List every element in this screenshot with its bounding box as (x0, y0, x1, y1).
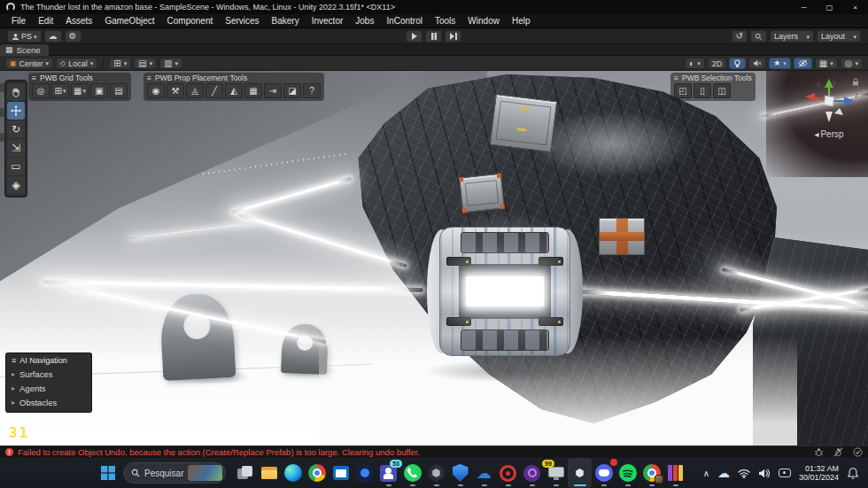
red-app-button[interactable] (496, 458, 520, 488)
camera-settings-dropdown[interactable]: ◎▾ (841, 58, 863, 69)
pwb-snap-toggle-button[interactable]: ◎ (32, 83, 50, 98)
edge-button[interactable] (281, 458, 305, 488)
drag-handle-icon[interactable]: ≡ (147, 74, 151, 82)
maximize-button[interactable]: ▢ (817, 0, 842, 14)
snap-settings-toggle[interactable]: ▥▾ (159, 58, 182, 69)
minimize-button[interactable]: ─ (791, 0, 817, 14)
lock-icon[interactable] (852, 78, 859, 86)
menu-assets[interactable]: Assets (59, 14, 98, 28)
background-tasks-icon[interactable] (853, 447, 863, 457)
close-button[interactable]: × (842, 0, 868, 14)
task-view-button[interactable] (233, 458, 257, 488)
foldout-obstacles[interactable]: ▸Obstacles (12, 398, 86, 407)
drag-handle-icon[interactable]: ≡ (32, 74, 36, 82)
drag-handle-icon[interactable]: ≡ (674, 74, 678, 82)
pwb-gravity-tool-button[interactable]: ◬ (186, 83, 204, 98)
debugger-attach-icon[interactable] (814, 447, 824, 457)
gameloop-button[interactable] (424, 458, 448, 488)
search-highlight-thumbnail[interactable] (188, 465, 222, 481)
projection-mode-toggle[interactable]: ◂ Persp (797, 129, 861, 139)
spotify-button[interactable] (616, 458, 639, 488)
code-optimization-icon[interactable] (833, 447, 843, 457)
move-tool-button[interactable] (7, 102, 25, 120)
start-button[interactable] (96, 458, 120, 488)
layout-dropdown[interactable]: Layout ▾ (817, 30, 861, 43)
scene-lighting-toggle[interactable] (729, 58, 746, 69)
status-bar[interactable]: ! Failed to create Object Undo, because … (0, 445, 868, 458)
rotate-tool-button[interactable]: ↻ (7, 120, 25, 138)
app-button[interactable] (353, 458, 376, 488)
menu-tools[interactable]: Tools (429, 14, 461, 28)
volume-icon[interactable] (758, 469, 771, 478)
pwb-grid-type-button[interactable]: ⊞▾ (51, 83, 69, 98)
pwb-selection-bounds-button[interactable]: ◫ (713, 83, 731, 98)
remote-monitor-button[interactable]: 99 (544, 458, 568, 488)
wifi-icon[interactable] (738, 469, 750, 478)
pwb-eraser-tool-button[interactable]: ◪ (283, 83, 301, 98)
taskbar-search[interactable]: Pesquisar (123, 462, 226, 484)
pwb-tiling-tool-button[interactable]: ▦ (244, 83, 262, 98)
menu-window[interactable]: Window (461, 14, 506, 28)
pause-button[interactable] (425, 30, 442, 43)
tray-app-icon[interactable] (779, 469, 791, 477)
pwb-replacer-tool-button[interactable]: ⇥ (264, 83, 282, 98)
tool-handle-pivot-dropdown[interactable]: ▣ Center ▾ (5, 58, 53, 69)
menu-bakery[interactable]: Bakery (266, 14, 306, 28)
winrar-button[interactable] (663, 458, 687, 488)
shading-mode-dropdown[interactable]: ◐▾ (685, 58, 705, 69)
cloud-services-button[interactable]: ☁ (44, 30, 62, 43)
purple-app-button[interactable] (520, 458, 544, 488)
taskbar-clock[interactable]: 01:32 AM 30/01/2024 (799, 464, 839, 482)
scene-viewport[interactable]: ↻ ⇲ ▭ ◈ ≡PWB Grid Tools ◎ ⊞▾ ▦▾ ▣ ▤ ≡PWB… (0, 71, 868, 445)
pwb-grid-origin-button[interactable]: ▦▾ (71, 83, 89, 98)
layers-dropdown[interactable]: Layers ▾ (770, 30, 814, 43)
audio-toggle[interactable] (748, 58, 766, 69)
effects-dropdown-toggle[interactable]: ★▾ (769, 58, 791, 69)
menu-incontrol[interactable]: InControl (380, 14, 429, 28)
undo-history-button[interactable]: ↺ (732, 30, 748, 43)
security-app-button[interactable] (448, 458, 472, 488)
settings-button[interactable]: ⚙ (65, 30, 81, 43)
menu-component[interactable]: Component (161, 14, 220, 28)
pwb-brush-tool-button[interactable]: ⚒ (167, 83, 184, 98)
grid-snap-toggle[interactable]: ⊞▾ (109, 58, 131, 69)
pwb-selection-pivot-button[interactable]: ▯ (694, 83, 711, 98)
menu-help[interactable]: Help (506, 14, 537, 28)
drag-handle-icon[interactable]: ≡ (12, 356, 16, 365)
menu-gameobject[interactable]: GameObject (98, 14, 160, 28)
tab-scene[interactable]: ▦ Scene (0, 44, 49, 56)
foldout-surfaces[interactable]: ▸Surfaces (12, 369, 86, 379)
onedrive-button[interactable]: ☁ (472, 458, 496, 488)
menu-invector[interactable]: Invector (306, 14, 350, 28)
grid-visibility-dropdown[interactable]: ▦▾ (815, 58, 838, 69)
step-button[interactable] (445, 30, 461, 43)
menu-file[interactable]: File (5, 14, 32, 28)
pwb-selection-move-button[interactable]: ◰ (674, 83, 692, 98)
increment-snap-toggle[interactable]: ▤▾ (134, 58, 157, 69)
pwb-grid-lock-button[interactable]: ▣ (90, 83, 108, 98)
account-dropdown[interactable]: PS ▾ (7, 30, 42, 43)
file-explorer-button[interactable] (257, 458, 281, 488)
rect-tool-button[interactable]: ▭ (7, 158, 25, 175)
scale-tool-button[interactable]: ⇲ (7, 139, 25, 157)
transform-tool-button[interactable]: ◈ (7, 176, 25, 194)
scene-gizmo[interactable]: x y z ◂ Persp (797, 76, 861, 138)
pwb-line-tool-button[interactable]: ╱ (205, 83, 223, 98)
pwb-grid-settings-button[interactable]: ▤ (110, 83, 128, 98)
chrome-button[interactable] (305, 458, 329, 488)
gameloop-active-button[interactable] (568, 458, 592, 488)
search-button[interactable] (750, 30, 767, 43)
view-tool-button[interactable] (7, 83, 25, 101)
2d-mode-toggle[interactable]: 2D (708, 58, 727, 69)
foldout-agents[interactable]: ▸Agents (12, 383, 86, 393)
pwb-shape-tool-button[interactable]: ◭ (225, 83, 243, 98)
pwb-help-button[interactable]: ? (303, 83, 321, 98)
menu-services[interactable]: Services (219, 14, 265, 28)
notification-bell-icon[interactable] (847, 467, 859, 480)
chrome-profile-button[interactable] (639, 458, 663, 488)
hidden-objects-toggle[interactable] (794, 58, 812, 69)
menu-jobs[interactable]: Jobs (349, 14, 380, 28)
menu-edit[interactable]: Edit (32, 14, 59, 28)
tool-handle-rotation-dropdown[interactable]: ◇ Local ▾ (56, 58, 97, 69)
microsoft-store-button[interactable] (329, 458, 353, 488)
